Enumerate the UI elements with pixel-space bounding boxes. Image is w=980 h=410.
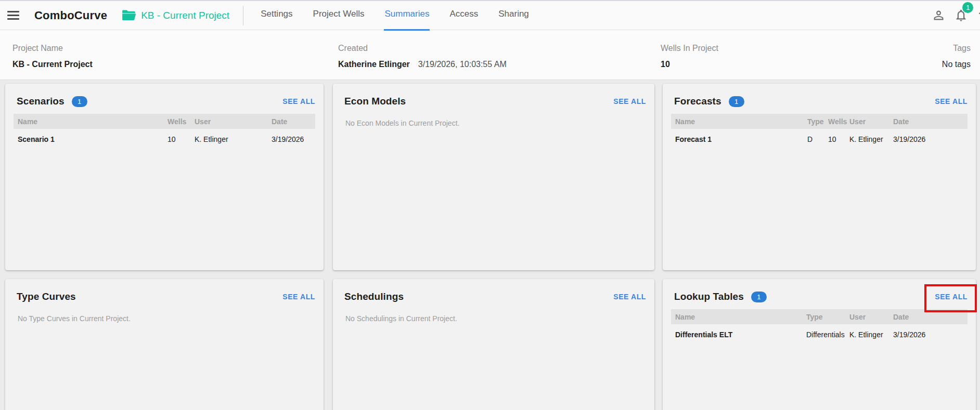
account-button[interactable] (932, 8, 946, 22)
column-header-date: Date (893, 313, 968, 321)
column-header-name: Name (675, 117, 807, 126)
card-title-econ-models: Econ Models (344, 96, 406, 107)
info-field-created: CreatedKatherine Etlinger3/19/2026, 10:0… (338, 44, 507, 69)
econ-models-see-all-button[interactable]: SEE ALL (613, 97, 646, 105)
column-header-user: User (195, 117, 272, 126)
cell-user: K. Etlinger (849, 330, 893, 339)
card-title-lookup-tables: Lookup Tables (674, 291, 744, 302)
card-schedulings: SchedulingsSEE ALLNo Schedulings in Curr… (333, 279, 654, 410)
project-info-bar: Project NameKB - Current ProjectCreatedK… (0, 30, 980, 80)
table-row[interactable]: Forecast 1D10K. Etlinger3/19/2026 (671, 129, 968, 150)
count-badge: 1 (729, 96, 744, 107)
info-field-wells_in_project: Wells In Project10 (661, 44, 718, 69)
info-value-text: No tags (942, 60, 971, 69)
tab-project-wells[interactable]: Project Wells (313, 0, 365, 31)
cell-name: Scenario 1 (18, 135, 167, 143)
card-header: Lookup Tables1SEE ALL (663, 279, 976, 306)
table-header-row: NameWellsUserDate (14, 114, 315, 129)
info-value: 10 (661, 60, 718, 69)
empty-message: No Econ Models in Current Project. (345, 119, 646, 127)
column-header-name: Name (18, 117, 167, 126)
column-header-user: User (849, 117, 893, 126)
info-value-secondary: 3/19/2026, 10:03:55 AM (418, 60, 507, 69)
forecasts-see-all-button[interactable]: SEE ALL (935, 97, 968, 105)
column-header-user: User (849, 313, 893, 321)
empty-message: No Schedulings in Current Project. (345, 314, 646, 323)
hamburger-menu-icon[interactable] (7, 9, 23, 22)
cell-type: Differentials (806, 330, 849, 339)
card-title-type-curves: Type Curves (17, 291, 76, 302)
cell-date: 3/19/2026 (272, 135, 315, 143)
app-logo: ComboCurve (34, 9, 107, 22)
info-label: Tags (942, 44, 971, 53)
tab-settings[interactable]: Settings (260, 0, 293, 31)
cell-name: Differentials ELT (675, 330, 806, 339)
card-header: Scenarios1SEE ALL (5, 84, 324, 111)
info-value-text: 10 (661, 60, 670, 69)
table-header-row: NameTypeUserDate (671, 309, 968, 324)
info-value: No tags (942, 60, 971, 69)
cell-type: D (807, 135, 828, 143)
cell-date: 3/19/2026 (893, 330, 968, 339)
tab-summaries[interactable]: Summaries (384, 0, 430, 31)
info-value: KB - Current Project (12, 60, 93, 69)
card-type-curves: Type CurvesSEE ALLNo Type Curves in Curr… (5, 279, 324, 410)
column-header-name: Name (675, 313, 806, 321)
card-header: Econ ModelsSEE ALL (333, 84, 654, 111)
folder-icon (122, 9, 136, 21)
cell-user: K. Etlinger (195, 135, 272, 143)
cell-wells: 10 (167, 135, 195, 143)
card-title-schedulings: Schedulings (344, 291, 404, 302)
cell-name: Forecast 1 (675, 135, 807, 143)
card-header: SchedulingsSEE ALL (333, 279, 654, 306)
cell-user: K. Etlinger (849, 135, 893, 143)
tab-bar: SettingsProject WellsSummariesAccessShar… (260, 1, 530, 31)
cell-date: 3/19/2026 (893, 135, 968, 143)
type-curves-see-all-button[interactable]: SEE ALL (282, 293, 315, 301)
info-label: Created (338, 44, 507, 53)
tab-sharing[interactable]: Sharing (498, 0, 530, 31)
table-row[interactable]: Differentials ELTDifferentialsK. Etlinge… (671, 324, 968, 345)
summary-cards-area: Scenarios1SEE ALLNameWellsUserDateScenar… (0, 81, 980, 410)
notifications-button[interactable]: 1 (954, 8, 968, 22)
column-header-type: Type (807, 117, 828, 126)
top-app-bar: ComboCurve KB - Current Project Settings… (0, 0, 980, 30)
count-badge: 1 (72, 96, 87, 107)
lookup-tables-see-all-button[interactable]: SEE ALL (935, 293, 968, 301)
person-icon (932, 8, 946, 22)
scenarios-see-all-button[interactable]: SEE ALL (282, 97, 315, 105)
card-header: Forecasts1SEE ALL (663, 84, 976, 111)
card-header: Type CurvesSEE ALL (5, 279, 324, 306)
schedulings-see-all-button[interactable]: SEE ALL (613, 293, 646, 301)
card-title-scenarios: Scenarios (17, 96, 65, 107)
divider (243, 6, 243, 25)
empty-message: No Type Curves in Current Project. (18, 314, 315, 323)
column-header-date: Date (893, 117, 968, 126)
tab-access[interactable]: Access (449, 0, 479, 31)
card-scenarios: Scenarios1SEE ALLNameWellsUserDateScenar… (5, 84, 324, 270)
table-row[interactable]: Scenario 110K. Etlinger3/19/2026 (14, 129, 315, 150)
topbar-actions: 1 ? (932, 8, 980, 22)
info-value-text: KB - Current Project (12, 60, 93, 69)
info-label: Wells In Project (661, 44, 718, 53)
column-header-date: Date (272, 117, 315, 126)
card-econ-models: Econ ModelsSEE ALLNo Econ Models in Curr… (333, 84, 654, 270)
count-badge: 1 (751, 292, 767, 302)
info-value: Katherine Etlinger3/19/2026, 10:03:55 AM (338, 60, 507, 69)
column-header-wells: Wells (828, 117, 849, 126)
info-field-project_name: Project NameKB - Current Project (12, 44, 93, 69)
notification-badge: 1 (962, 2, 973, 13)
info-value-text: Katherine Etlinger (338, 60, 410, 69)
info-field-tags: TagsNo tags (942, 44, 971, 69)
column-header-wells: Wells (167, 117, 195, 126)
breadcrumb-project-name[interactable]: KB - Current Project (141, 10, 229, 21)
info-label: Project Name (12, 44, 93, 53)
card-lookup-tables: Lookup Tables1SEE ALLNameTypeUserDateDif… (663, 279, 976, 410)
column-header-type: Type (806, 313, 849, 321)
card-title-forecasts: Forecasts (674, 96, 721, 107)
card-forecasts: Forecasts1SEE ALLNameTypeWellsUserDateFo… (663, 84, 976, 270)
table-header-row: NameTypeWellsUserDate (671, 114, 968, 129)
cell-wells: 10 (828, 135, 849, 143)
